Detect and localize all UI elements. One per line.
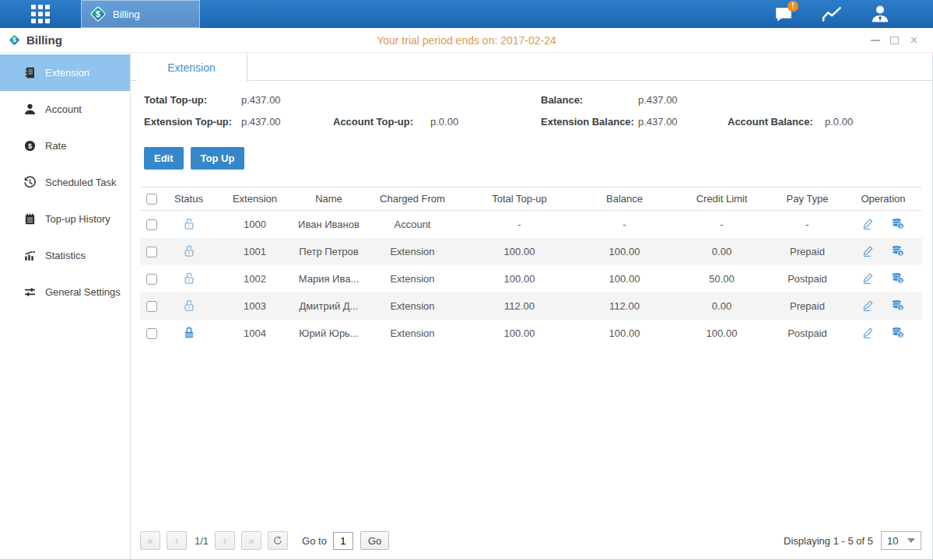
window-titlebar: Billing Your trial period ends on: 2017-… — [0, 28, 933, 53]
account-topup-value: p.0.00 — [430, 116, 458, 128]
row-checkbox[interactable] — [146, 301, 157, 312]
cell-credit-limit: 100.00 — [673, 320, 770, 347]
topbar-icons: ! — [771, 0, 933, 28]
refresh-button[interactable] — [268, 531, 288, 550]
next-page-button[interactable]: › — [215, 531, 235, 550]
page-size-select[interactable]: 10 — [881, 531, 921, 550]
lock-open-icon — [181, 243, 197, 259]
cell-credit-limit: 0.00 — [673, 292, 770, 320]
cell-credit-limit: 50.00 — [673, 265, 770, 292]
table-row: 1000 Иван Иванов Account - - - - — [140, 211, 922, 238]
topup-row-icon[interactable] — [891, 217, 905, 231]
last-page-button[interactable]: » — [241, 531, 261, 550]
topup-row-icon[interactable] — [891, 244, 905, 258]
close-button[interactable]: × — [904, 33, 924, 48]
cell-extension: 1003 — [214, 292, 296, 320]
sidebar-item-label: General Settings — [45, 286, 121, 298]
goto-page-input[interactable] — [333, 532, 353, 550]
col-total-topup: Total Top-up — [463, 187, 576, 211]
sidebar-item-topup-history[interactable]: Top-up History — [0, 201, 130, 237]
cell-charged-from: Account — [362, 211, 463, 238]
general-settings-icon — [23, 285, 37, 299]
cell-balance: 112.00 — [576, 292, 673, 320]
col-name: Name — [296, 187, 362, 211]
cell-name: Петр Петров — [296, 238, 362, 265]
pagination-bar: « ‹ 1/1 › » Go to Go Displaying 1 - 5 of… — [131, 525, 932, 559]
person-icon — [870, 4, 890, 24]
col-operation: Operation — [844, 187, 922, 211]
cell-total-topup: - — [463, 211, 576, 238]
col-charged-from: Charged From — [362, 187, 463, 211]
billing-app-icon — [8, 33, 21, 47]
account-topup-label: Account Top-up: — [333, 116, 430, 128]
topup-row-icon[interactable] — [891, 326, 905, 340]
app-grid-icon[interactable] — [31, 5, 50, 23]
topup-row-icon[interactable] — [891, 271, 905, 285]
edit-row-icon[interactable] — [861, 271, 875, 285]
total-topup-label: Total Top-up: — [144, 94, 241, 106]
cell-total-topup: 100.00 — [463, 265, 576, 292]
cell-name: Дмитрий Д... — [296, 292, 362, 320]
status-cell — [163, 265, 214, 292]
row-checkbox[interactable] — [146, 328, 157, 339]
table-row: 1004 Юрий Юрь... Extension 100.00 100.00… — [140, 320, 922, 347]
edit-button[interactable]: Edit — [144, 147, 184, 170]
messages-icon[interactable]: ! — [771, 2, 796, 26]
account-icon — [23, 103, 37, 116]
table-row: 1002 Мария Ива... Extension 100.00 100.0… — [140, 265, 922, 292]
sidebar-item-label: Statistics — [45, 250, 86, 261]
sidebar-item-general-settings[interactable]: General Settings — [0, 274, 130, 310]
extension-topup-label: Extension Top-up: — [144, 116, 241, 128]
cell-pay-type: - — [770, 211, 844, 238]
cell-balance: - — [576, 211, 673, 238]
account-balance-value: p.0.00 — [825, 116, 853, 128]
edit-row-icon[interactable] — [861, 326, 875, 340]
tab-bar: Extension — [131, 53, 932, 81]
sidebar-item-extension[interactable]: Extension — [0, 54, 130, 91]
edit-row-icon[interactable] — [861, 244, 875, 258]
total-topup-value: p.437.00 — [241, 94, 281, 106]
edit-row-icon[interactable] — [861, 217, 875, 231]
row-checkbox[interactable] — [146, 247, 157, 257]
billing-diamond-icon — [89, 5, 107, 23]
cell-total-topup: 100.00 — [463, 238, 576, 265]
first-page-button[interactable]: « — [140, 531, 160, 550]
sidebar-item-label: Top-up History — [45, 213, 110, 225]
topup-row-icon[interactable] — [891, 299, 905, 313]
sidebar-item-label: Account — [45, 103, 82, 115]
edit-row-icon[interactable] — [861, 299, 875, 313]
lock-open-icon — [181, 298, 197, 313]
prev-page-button[interactable]: ‹ — [167, 531, 187, 550]
goto-label: Go to — [302, 535, 327, 547]
sidebar: Extension Account Rate Scheduled Task To… — [0, 53, 131, 559]
status-cell — [163, 292, 214, 320]
cell-extension: 1004 — [214, 320, 296, 347]
resource-monitor-icon[interactable] — [819, 2, 844, 26]
cell-balance: 100.00 — [576, 265, 673, 292]
maximize-button[interactable] — [885, 33, 904, 48]
select-all-checkbox[interactable] — [146, 194, 157, 205]
page-size-value: 10 — [887, 535, 898, 547]
notification-badge: ! — [787, 1, 798, 12]
row-checkbox[interactable] — [146, 219, 157, 230]
user-account-icon[interactable] — [868, 2, 893, 26]
sidebar-item-label: Extension — [45, 67, 89, 79]
sidebar-item-scheduled-task[interactable]: Scheduled Task — [0, 164, 130, 201]
lock-open-icon — [181, 271, 197, 286]
go-button[interactable]: Go — [360, 531, 389, 550]
minimize-button[interactable] — [865, 33, 885, 48]
lock-open-icon — [181, 216, 197, 232]
row-checkbox[interactable] — [146, 274, 157, 285]
sidebar-item-rate[interactable]: Rate — [0, 128, 130, 164]
status-cell — [163, 320, 214, 347]
taskbar-billing-button[interactable]: Billing — [81, 0, 200, 28]
rate-icon — [23, 139, 37, 152]
tab-extension[interactable]: Extension — [136, 53, 247, 82]
table-row: 1003 Дмитрий Д... Extension 112.00 112.0… — [140, 292, 922, 320]
sidebar-item-account[interactable]: Account — [0, 91, 130, 128]
displaying-text: Displaying 1 - 5 of 5 — [784, 535, 873, 547]
extension-balance-value: p.437.00 — [638, 116, 678, 128]
col-extension: Extension — [214, 187, 296, 211]
sidebar-item-statistics[interactable]: Statistics — [0, 237, 130, 274]
top-up-button[interactable]: Top Up — [191, 147, 245, 170]
